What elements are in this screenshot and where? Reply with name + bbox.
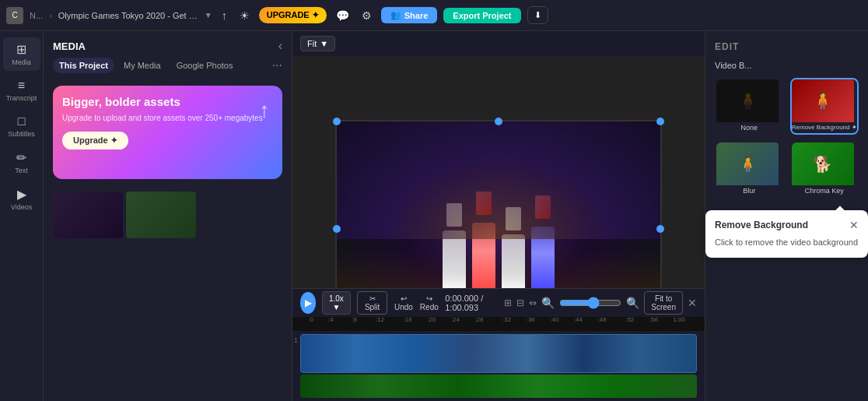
ruler-mark-28: :28: [474, 317, 483, 323]
zoom-out-button[interactable]: 🔍: [541, 297, 555, 309]
media-thumb-2[interactable]: [126, 192, 196, 238]
sidebar-item-transcript[interactable]: ≡ Transcript: [3, 74, 40, 107]
speed-button[interactable]: 1.0x ▼: [322, 291, 351, 315]
bg-none-preview: 🧍: [716, 79, 779, 122]
export-button[interactable]: Export Project: [443, 8, 520, 23]
download-button[interactable]: ⬇: [527, 6, 548, 24]
tooltip-close-button[interactable]: ✕: [849, 220, 859, 230]
videos-icon: ▶: [17, 187, 26, 202]
video-toolbar: Fit ▼: [292, 31, 705, 56]
tooltip-header: Remove Background ✕: [715, 220, 859, 230]
media-thumb-1[interactable]: [53, 192, 123, 238]
app-logo: C: [6, 7, 23, 24]
upgrade-card: ↑ Bigger, bolder assets Upgrade to uploa…: [53, 86, 282, 179]
upgrade-button[interactable]: UPGRADE ✦: [259, 7, 327, 23]
handle-middle-left[interactable]: [333, 225, 341, 233]
ruler-mark-24: :24: [451, 317, 460, 323]
bg-option-none[interactable]: 🧍 None: [715, 78, 784, 135]
close-timeline-button[interactable]: ✕: [688, 297, 697, 309]
sidebar-item-videos[interactable]: ▶ Videos: [3, 182, 40, 216]
zoom-slider[interactable]: [559, 297, 621, 309]
bg-option-remove[interactable]: 🧍 Remove Background ✦: [790, 78, 859, 135]
ruler-mark-40: :40: [550, 317, 558, 323]
timeline-area: ▶ 1.0x ▼ ✂ Split ↩ Undo ↪ Redo 0:00.000 …: [292, 288, 705, 401]
video-bg-label: Video B...: [705, 58, 868, 75]
ruler-mark-20: :20: [427, 317, 436, 323]
upgrade-card-button[interactable]: Upgrade ✦: [62, 132, 128, 149]
fit-dropdown[interactable]: Fit ▼: [300, 36, 335, 51]
undo-button[interactable]: ↩ Undo: [394, 294, 413, 311]
settings-button[interactable]: ⚙: [359, 6, 375, 25]
tab-this-project[interactable]: This Project: [53, 58, 114, 73]
timeline-ruler: :0 :4 :8 :12 :16 :20 :24 :28 :32 :36 :40…: [292, 317, 705, 331]
title-chevron-btn[interactable]: ▼: [205, 11, 212, 19]
arrows-icon-btn[interactable]: ⇔: [529, 297, 537, 308]
bg-option-blur[interactable]: 🧍 Blur: [715, 141, 784, 198]
audio-track[interactable]: [300, 375, 697, 398]
stitch-icon-btn[interactable]: ⊞: [504, 297, 512, 308]
handle-top-right[interactable]: [656, 118, 664, 125]
media-thumbs: [44, 185, 292, 244]
media-more-button[interactable]: ···: [272, 58, 282, 72]
bg-option-chroma[interactable]: 🐕 Chroma Key: [790, 141, 859, 198]
bg-none-label: None: [716, 122, 782, 133]
handle-top-center[interactable]: [495, 118, 502, 125]
share-icon: 👥: [390, 10, 401, 20]
sidebar-item-text[interactable]: ✏ Text: [3, 146, 40, 179]
track-number: 1: [294, 336, 298, 344]
chat-button[interactable]: 💬: [333, 6, 352, 25]
time-sep: /: [481, 294, 483, 303]
sidebar-item-media[interactable]: ⊞ Media: [3, 37, 40, 71]
upload-button[interactable]: ↑: [219, 6, 230, 25]
transcript-icon: ≡: [18, 79, 25, 93]
bg-remove-preview: 🧍: [792, 79, 854, 122]
breadcrumb-sep: ›: [49, 11, 52, 20]
time-current: 0:00.000: [445, 294, 478, 303]
media-panel-title: MEDIA: [53, 40, 86, 52]
split-button[interactable]: ✂ Split: [357, 291, 388, 315]
breadcrumb-prev[interactable]: N...: [30, 11, 43, 20]
center-area: Fit ▼: [292, 31, 705, 401]
play-button[interactable]: ▶: [300, 292, 316, 314]
timeline-icon-group: ⊞ ⊟ ⇔ 🔍 🔍 Fit to Screen ✕: [504, 291, 697, 315]
edit-panel-header: EDIT: [705, 31, 868, 58]
bg-blur-label: Blur: [716, 185, 782, 196]
tab-google-photos[interactable]: Google Photos: [170, 58, 240, 73]
video-track[interactable]: [300, 334, 697, 373]
track-segment-1: [300, 334, 697, 373]
ruler-mark-4: :4: [328, 317, 334, 323]
tab-my-media[interactable]: My Media: [117, 58, 167, 73]
fit-label: Fit: [307, 39, 317, 48]
handle-middle-right[interactable]: [656, 225, 664, 233]
upgrade-card-title: Bigger, bolder assets: [62, 95, 273, 108]
chroma-person-icon: 🐕: [813, 155, 832, 174]
share-button[interactable]: 👥 Share: [381, 7, 438, 23]
remove-person-icon: 🧍: [812, 91, 833, 111]
tooltip-arrow: [835, 206, 845, 210]
performer-3: [502, 234, 525, 293]
bg-remove-label: Remove Background ✦: [792, 122, 858, 132]
media-icon: ⊞: [16, 42, 26, 57]
logo-icon: C: [12, 11, 17, 19]
performer-1: [443, 230, 466, 293]
audience-bg: [337, 121, 660, 240]
waveform: [300, 375, 697, 398]
ruler-mark-16: :16: [404, 317, 412, 323]
none-person-icon: 🧍: [737, 91, 758, 111]
magnet-icon-btn[interactable]: ⊟: [516, 297, 524, 308]
brightness-button[interactable]: ☀: [236, 6, 253, 25]
ruler-mark-100: 1:00: [673, 317, 685, 323]
collapse-button[interactable]: ‹: [278, 39, 282, 53]
handle-top-left[interactable]: [333, 118, 341, 125]
sidebar-label-videos: Videos: [11, 203, 32, 211]
sidebar-item-subtitles[interactable]: □ Subtitles: [3, 110, 40, 142]
edit-panel: EDIT Video B... 🧍 None 🧍 Remove Backgrou…: [705, 31, 868, 401]
main-area: ⊞ Media ≡ Transcript □ Subtitles ✏ Text …: [0, 31, 868, 401]
bg-options: 🧍 None 🧍 Remove Background ✦ 🧍 Blur: [705, 75, 868, 204]
redo-button[interactable]: ↪ Redo: [419, 294, 439, 311]
share-label: Share: [404, 11, 429, 20]
media-panel: MEDIA ‹ This Project My Media Google Pho…: [44, 31, 292, 401]
sidebar-label-transcript: Transcript: [6, 94, 37, 102]
fit-screen-button[interactable]: Fit to Screen: [644, 291, 683, 315]
zoom-in-button[interactable]: 🔍: [626, 297, 639, 309]
